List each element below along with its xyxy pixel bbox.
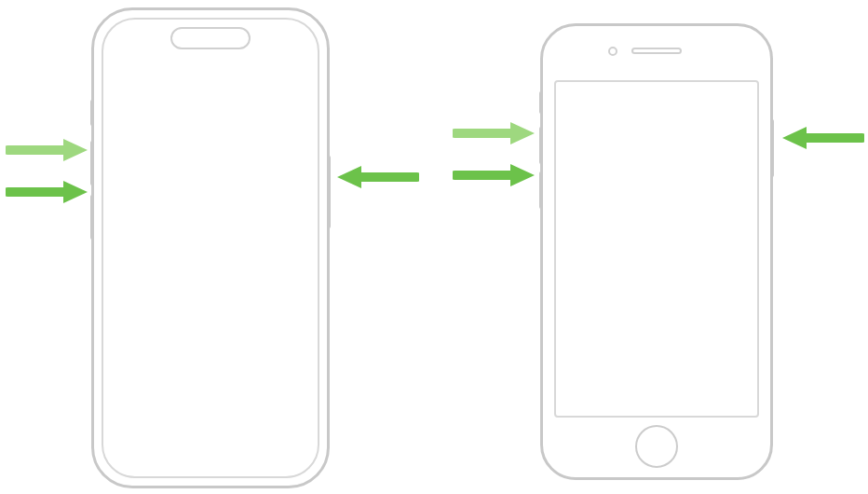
arrow-right-icon bbox=[6, 138, 89, 166]
svg-marker-7 bbox=[510, 122, 535, 144]
volume-down-button bbox=[539, 172, 543, 209]
front-camera bbox=[608, 47, 617, 56]
svg-marker-1 bbox=[63, 139, 88, 161]
arrow-right-icon bbox=[453, 121, 536, 149]
volume-down-button bbox=[90, 195, 94, 240]
arrow-left-icon bbox=[780, 126, 864, 154]
screen-outline bbox=[102, 18, 319, 478]
iphone-classic-outline bbox=[540, 23, 773, 480]
home-button bbox=[635, 425, 678, 468]
side-button bbox=[770, 119, 774, 177]
mute-switch bbox=[90, 100, 94, 126]
side-button bbox=[327, 156, 331, 228]
arrow-right-icon bbox=[6, 180, 89, 208]
screen-outline bbox=[554, 80, 759, 418]
volume-up-button bbox=[539, 127, 543, 164]
iphone-modern-outline bbox=[91, 7, 330, 488]
arrow-left-icon bbox=[335, 165, 419, 193]
dynamic-island-outline bbox=[170, 27, 251, 49]
svg-marker-9 bbox=[510, 164, 535, 186]
earpiece-speaker bbox=[631, 48, 682, 54]
arrow-right-icon bbox=[453, 163, 536, 191]
volume-up-button bbox=[90, 141, 94, 185]
svg-marker-11 bbox=[782, 127, 807, 149]
diagram-canvas bbox=[0, 0, 868, 494]
svg-marker-3 bbox=[63, 181, 88, 203]
mute-switch bbox=[539, 91, 543, 114]
svg-marker-5 bbox=[337, 166, 361, 188]
